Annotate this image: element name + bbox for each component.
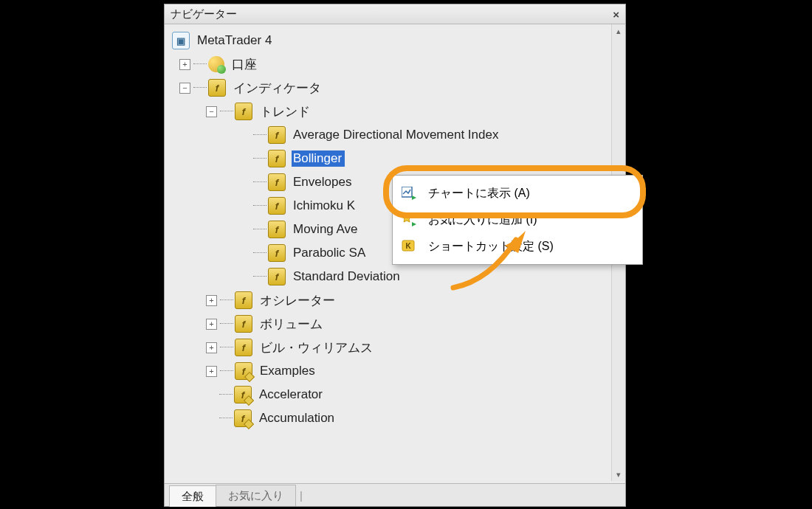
tree-label-selected: Bollinger xyxy=(292,150,345,167)
expander-icon[interactable] xyxy=(206,106,217,117)
folder-icon: f xyxy=(235,291,252,309)
tree-node-trend[interactable]: f トレンド xyxy=(165,100,612,123)
expander-icon[interactable] xyxy=(206,342,217,353)
indicator-icon: f xyxy=(234,409,252,427)
expander-icon[interactable] xyxy=(206,295,217,306)
ctx-set-hotkey[interactable]: K ショートカット設定 (S) xyxy=(396,233,639,260)
indicator-icon: f xyxy=(268,221,286,238)
tree-label: ビル・ウィリアムス xyxy=(258,339,376,357)
context-menu: チャートに表示 (A) お気に入りに追加 (I) K ショートカット設定 (S) xyxy=(392,175,643,265)
folder-icon: f xyxy=(235,315,252,333)
ctx-item-label: チャートに表示 (A) xyxy=(428,186,530,201)
tree-label: Moving Ave xyxy=(292,221,361,238)
svg-marker-3 xyxy=(412,222,416,226)
tree-label: Accumulation xyxy=(258,410,337,426)
tree-label: Parabolic SA xyxy=(292,245,368,261)
expander-icon[interactable] xyxy=(179,83,190,94)
expander-icon[interactable] xyxy=(206,366,217,377)
folder-icon: f xyxy=(208,79,226,97)
ctx-item-label: ショートカット設定 (S) xyxy=(428,239,554,254)
favorite-add-icon xyxy=(400,212,418,227)
chart-add-icon xyxy=(400,186,418,201)
tree-root[interactable]: ▣ MetaTrader 4 xyxy=(165,29,612,52)
tree-item-adx[interactable]: f Average Directional Movement Index xyxy=(165,123,612,147)
tree-label: ボリューム xyxy=(258,315,326,333)
tab-separator: | xyxy=(300,489,303,502)
tree-node-bill-williams[interactable]: f ビル・ウィリアムス xyxy=(165,336,612,359)
tree-label: Accelerator xyxy=(258,387,326,403)
indicator-icon: f xyxy=(268,244,286,262)
ctx-item-label: お気に入りに追加 (I) xyxy=(428,212,537,228)
tree-label: Examples xyxy=(258,363,318,379)
indicator-icon: f xyxy=(268,197,286,215)
panel-tabs: 全般 お気に入り | xyxy=(165,483,625,506)
scroll-up-icon[interactable]: ▴ xyxy=(612,24,625,38)
indicator-icon: f xyxy=(234,386,252,404)
folder-icon: f xyxy=(235,103,252,120)
ctx-attach-to-chart[interactable]: チャートに表示 (A) xyxy=(396,180,639,207)
tree-label: オシレーター xyxy=(258,291,338,310)
scroll-down-icon[interactable]: ▾ xyxy=(612,468,625,481)
tree-label: トレンド xyxy=(258,103,313,121)
tab-general[interactable]: 全般 xyxy=(169,485,216,507)
tree-label: 口座 xyxy=(230,55,260,74)
panel-titlebar[interactable]: ナビゲーター × xyxy=(165,4,625,24)
tree-node-indicators[interactable]: f インディケータ xyxy=(165,76,612,100)
account-icon xyxy=(208,56,224,72)
tree-item-stddev[interactable]: f Standard Deviation xyxy=(165,265,612,288)
tab-favorites[interactable]: お気に入り xyxy=(216,485,296,506)
tree-item-accumulation[interactable]: f Accumulation xyxy=(165,406,612,430)
tree-node-account[interactable]: 口座 xyxy=(165,52,612,76)
folder-icon: f xyxy=(235,339,252,356)
tree-label: Envelopes xyxy=(292,174,354,190)
tree-label: Ichimoku K xyxy=(292,198,358,214)
tree-label: Standard Deviation xyxy=(292,269,403,285)
ctx-add-favorite[interactable]: お気に入りに追加 (I) xyxy=(396,207,639,233)
panel-title: ナビゲーター xyxy=(171,7,237,21)
tree-root-label: MetaTrader 4 xyxy=(196,32,275,49)
tree-node-oscillator[interactable]: f オシレーター xyxy=(165,288,612,312)
tree-label: インディケータ xyxy=(232,79,324,97)
key-icon: K xyxy=(400,239,418,254)
app-icon: ▣ xyxy=(172,32,190,49)
indicator-icon: f xyxy=(268,173,286,191)
expander-icon[interactable] xyxy=(206,319,217,330)
indicator-icon: f xyxy=(268,150,286,167)
svg-text:K: K xyxy=(405,242,411,250)
close-icon[interactable]: × xyxy=(613,8,619,21)
tree-item-accelerator[interactable]: f Accelerator xyxy=(165,383,612,406)
indicator-icon: f xyxy=(268,126,286,144)
tree-item-bollinger[interactable]: f Bollinger xyxy=(165,147,612,170)
folder-icon: f xyxy=(235,362,252,380)
svg-marker-1 xyxy=(412,195,416,200)
svg-marker-2 xyxy=(402,214,411,222)
tree-node-volume[interactable]: f ボリューム xyxy=(165,312,612,336)
tree-node-examples[interactable]: f Examples xyxy=(165,359,612,383)
expander-icon[interactable] xyxy=(179,59,190,70)
indicator-icon: f xyxy=(268,268,286,285)
tree-label: Average Directional Movement Index xyxy=(292,127,501,143)
